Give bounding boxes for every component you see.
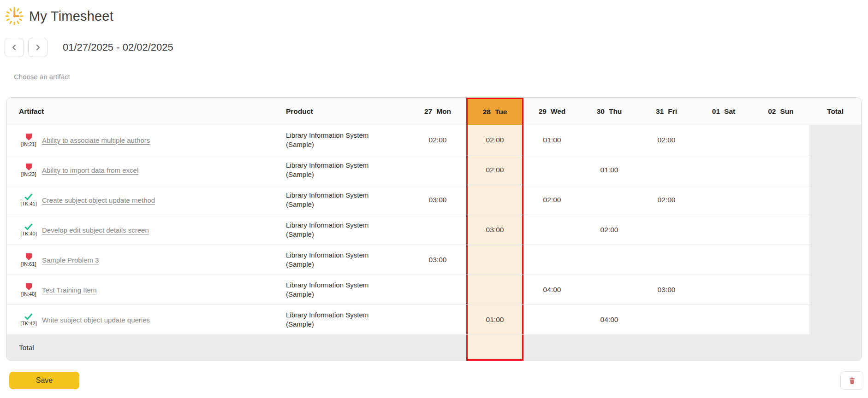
hours-cell[interactable]: 03:00	[638, 275, 695, 304]
total-hours-cell	[752, 335, 809, 361]
task-check-icon	[24, 313, 33, 320]
hours-cell[interactable]: 02:00	[409, 125, 466, 155]
day-name: Tue	[495, 108, 507, 116]
artifact-link[interactable]: Create subject object update method	[42, 196, 155, 204]
hours-cell[interactable]	[409, 215, 466, 245]
hours-cell[interactable]: 02:00	[638, 125, 695, 155]
product-line-2: (Sample)	[286, 230, 314, 239]
save-button[interactable]: Save	[9, 372, 79, 389]
hours-cell[interactable]	[695, 125, 752, 155]
day-column-header-mon[interactable]: 27Mon	[409, 98, 466, 125]
product-cell: Library Information System(Sample)	[273, 155, 409, 185]
prev-week-button[interactable]	[5, 38, 24, 57]
hours-cell[interactable]: 01:00	[466, 305, 523, 334]
hours-cell[interactable]	[466, 275, 523, 304]
hours-cell[interactable]	[638, 155, 695, 185]
table-total-row: Total	[7, 334, 861, 361]
day-number: 28	[483, 108, 491, 116]
artifact-link[interactable]: Sample Problem 3	[42, 256, 99, 264]
product-cell: Library Information System(Sample)	[273, 215, 409, 245]
hours-cell[interactable]	[752, 245, 809, 275]
delete-button[interactable]	[840, 371, 863, 390]
day-number: 29	[539, 107, 547, 116]
hours-cell[interactable]	[695, 305, 752, 334]
artifact-id-badge: [TK:42]	[20, 321, 36, 326]
hours-cell[interactable]	[752, 125, 809, 155]
hours-cell[interactable]	[638, 215, 695, 245]
hours-cell[interactable]: 02:00	[523, 185, 581, 215]
hours-cell[interactable]	[752, 215, 809, 245]
hours-cell[interactable]: 01:00	[523, 125, 581, 155]
hours-cell[interactable]: 03:00	[466, 215, 523, 245]
table-header-row: ArtifactProduct27Mon28Tue29Wed30Thu31Fri…	[7, 98, 861, 125]
table-row: [TK:40]Develop edit subject details scre…	[7, 215, 861, 245]
hours-cell[interactable]	[523, 305, 581, 334]
hours-cell[interactable]	[638, 245, 695, 275]
next-week-button[interactable]	[28, 38, 48, 57]
day-column-header-wed[interactable]: 29Wed	[523, 98, 581, 125]
artifact-link[interactable]: Ability to associate multiple authors	[42, 136, 150, 144]
hours-cell[interactable]: 02:00	[638, 185, 695, 215]
table-row: [IN:21]Ability to associate multiple aut…	[7, 125, 861, 155]
day-column-header-fri[interactable]: 31Fri	[638, 98, 695, 125]
chevron-right-icon	[34, 44, 42, 51]
hours-cell[interactable]	[695, 215, 752, 245]
hours-cell[interactable]: 04:00	[581, 305, 638, 334]
incident-shield-icon	[25, 283, 32, 291]
hours-cell[interactable]	[581, 245, 638, 275]
hours-cell[interactable]: 03:00	[409, 245, 466, 275]
hours-cell[interactable]: 01:00	[581, 155, 638, 185]
total-hours-cell	[638, 335, 695, 361]
artifact-link[interactable]: Ability to import data from excel	[42, 166, 138, 174]
artifact-link[interactable]: Test Training Item	[42, 286, 96, 294]
total-hours-cell	[466, 335, 523, 361]
row-total-cell	[809, 125, 861, 155]
product-column-header: Product	[273, 98, 409, 125]
product-cell: Library Information System(Sample)	[273, 185, 409, 215]
artifact-link[interactable]: Develop edit subject details screen	[42, 226, 149, 234]
hours-cell[interactable]	[695, 275, 752, 304]
my-timesheet-page: My Timesheet 01/27/2025 - 02/02/2025 Cho…	[0, 0, 868, 390]
hours-cell[interactable]	[466, 185, 523, 215]
day-name: Sat	[724, 107, 735, 116]
hours-cell[interactable]	[695, 155, 752, 185]
day-column-header-thu[interactable]: 30Thu	[581, 98, 638, 125]
hours-cell[interactable]	[409, 155, 466, 185]
artifact-cell: [TK:42]Write subject object update queri…	[7, 305, 273, 334]
day-column-header-sun[interactable]: 02Sun	[752, 98, 809, 125]
artifact-cell: [IN:21]Ability to associate multiple aut…	[7, 125, 273, 155]
product-line-1: Library Information System	[286, 281, 369, 290]
hours-cell[interactable]: 02:00	[581, 215, 638, 245]
hours-cell[interactable]	[752, 155, 809, 185]
day-column-header-sat[interactable]: 01Sat	[695, 98, 752, 125]
hours-cell[interactable]: 02:00	[466, 125, 523, 155]
hours-cell[interactable]	[466, 245, 523, 275]
hours-cell[interactable]: 04:00	[523, 275, 581, 304]
hours-cell[interactable]	[752, 185, 809, 215]
product-line-1: Library Information System	[286, 310, 369, 320]
day-number: 30	[597, 107, 605, 116]
hours-cell[interactable]	[638, 305, 695, 334]
table-row: [IN:40]Test Training ItemLibrary Informa…	[7, 275, 861, 304]
artifact-link[interactable]: Write subject object update queries	[42, 316, 150, 324]
hours-cell[interactable]	[523, 245, 581, 275]
hours-cell[interactable]	[581, 275, 638, 304]
hours-cell[interactable]: 03:00	[409, 185, 466, 215]
product-line-2: (Sample)	[286, 260, 314, 269]
hours-cell[interactable]	[695, 245, 752, 275]
product-line-1: Library Information System	[286, 131, 369, 140]
day-column-header-tue[interactable]: 28Tue	[466, 98, 523, 125]
hours-cell[interactable]: 02:00	[466, 155, 523, 185]
hours-cell[interactable]	[752, 305, 809, 334]
hours-cell[interactable]	[695, 185, 752, 215]
hours-cell[interactable]	[752, 275, 809, 304]
product-cell: Library Information System(Sample)	[273, 305, 409, 334]
hours-cell[interactable]	[409, 305, 466, 334]
artifact-column-header: Artifact	[7, 98, 273, 125]
hours-cell[interactable]	[581, 185, 638, 215]
hours-cell[interactable]	[523, 155, 581, 185]
artifact-picker[interactable]: Choose an artifact	[14, 73, 161, 81]
hours-cell[interactable]	[409, 275, 466, 304]
hours-cell[interactable]	[581, 125, 638, 155]
hours-cell[interactable]	[523, 215, 581, 245]
